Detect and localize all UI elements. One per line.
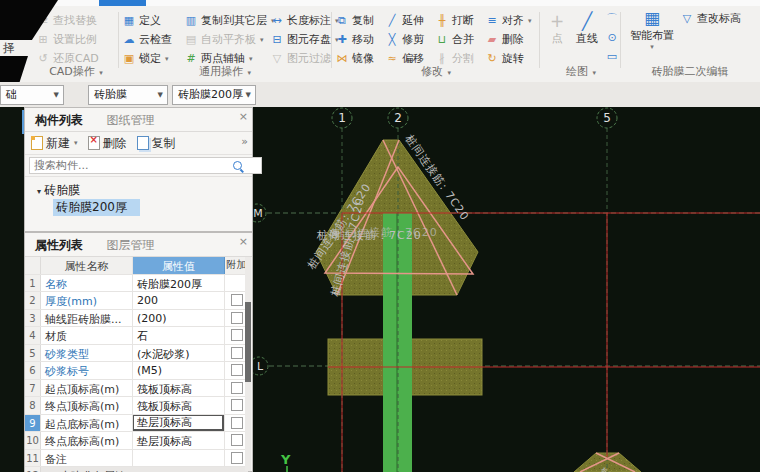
- axis-bubble-5-label: 5: [603, 111, 611, 125]
- axis-bubble-2-label: 2: [394, 111, 402, 125]
- tree-node-brick-mold[interactable]: ▾砖胎膜: [25, 181, 252, 199]
- extra-checkbox[interactable]: [231, 382, 243, 394]
- extra-checkbox[interactable]: [231, 364, 243, 376]
- extra-checkbox[interactable]: [231, 329, 243, 341]
- move-button[interactable]: ✚移动: [335, 30, 374, 49]
- extend-button[interactable]: ╱延伸: [385, 11, 424, 30]
- level-dropdown[interactable]: 础▼: [0, 85, 64, 105]
- elevation-edit-input[interactable]: [133, 415, 224, 431]
- property-value-cell[interactable]: 筏板顶标高: [133, 397, 225, 414]
- toolbar-overflow-button[interactable]: »: [241, 135, 248, 148]
- property-value-cell[interactable]: 砖胎膜200厚: [133, 275, 225, 292]
- merge-button[interactable]: ⊔合并: [435, 30, 474, 49]
- extra-checkbox[interactable]: [231, 347, 243, 359]
- length-annotation-button[interactable]: ↔长度标注▾: [270, 11, 339, 30]
- element-dropdown[interactable]: 砖胎膜200厚▼: [172, 85, 256, 105]
- extra-checkbox[interactable]: [231, 312, 243, 324]
- tab-component-list[interactable]: 构件列表: [25, 108, 93, 129]
- search-input[interactable]: [29, 157, 262, 174]
- copy-icon: ⧉: [335, 14, 349, 27]
- property-group-civil-business[interactable]: 12 +土建业务属性: [25, 467, 248, 472]
- group-label-draw[interactable]: 绘图 ▾: [543, 64, 619, 79]
- property-value-cell[interactable]: (200): [133, 310, 225, 327]
- ribbon-group-draw: + 点 ╱ 直线 ⌒ ⊙ ▭ 绘图 ▾: [543, 6, 619, 82]
- property-value-cell[interactable]: (M5): [133, 362, 225, 379]
- component-panel-tabs: 构件列表 图纸管理 ×: [25, 108, 252, 132]
- group-separator: [620, 12, 621, 68]
- tab-property-list[interactable]: 属性列表: [25, 233, 93, 254]
- set-scale-button[interactable]: ⊞设置比例: [36, 30, 99, 49]
- group-label-modify[interactable]: 修改 ▾: [335, 64, 537, 79]
- element-save-button[interactable]: ⊟图元存盘▾: [270, 30, 339, 49]
- auto-align-slab-button[interactable]: ▤自动平齐板▾: [184, 30, 275, 49]
- group-separator: [539, 12, 540, 68]
- copy-button[interactable]: ⧉复制: [335, 11, 374, 30]
- copy-to-layers-icon: ▥: [184, 14, 198, 27]
- tree-node-brick-mold-200[interactable]: 砖胎膜200厚: [53, 199, 140, 216]
- group-label-cad-operations[interactable]: CAD操作 ▾: [36, 64, 116, 79]
- extra-checkbox[interactable]: [231, 452, 243, 464]
- tree-expand-icon: ▾: [37, 187, 41, 196]
- property-row-mortar-type: 5 砂浆类型 (水泥砂浆): [25, 345, 248, 363]
- property-value-cell[interactable]: (水泥砂浆): [133, 345, 225, 362]
- line-tool-button[interactable]: ╱ 直线: [571, 11, 603, 46]
- extra-checkbox[interactable]: [231, 294, 243, 306]
- property-value-cell[interactable]: [133, 450, 225, 467]
- property-row-start-top-elevation: 7 起点顶标高(m) 筏板顶标高: [25, 380, 248, 398]
- component-toolbar: 新建▾ 删除 复制 »: [25, 132, 252, 155]
- scrollbar-thumb[interactable]: [245, 302, 251, 382]
- chevron-down-icon: ▼: [54, 86, 59, 104]
- smart-layout-button[interactable]: ▦ 智能布置 ▾: [628, 8, 676, 51]
- element-selector-bar: 础▼ 砖胎膜▼ 砖胎膜200厚▼: [0, 82, 760, 108]
- ucs-y-label: Y: [280, 452, 291, 467]
- column-header-name: 属性名称: [41, 257, 133, 274]
- close-icon[interactable]: ×: [239, 235, 248, 248]
- copy-component-button[interactable]: 复制: [137, 135, 176, 152]
- group-label-general-operations[interactable]: 通用操作 ▾: [122, 64, 328, 79]
- point-tool-button[interactable]: + 点: [543, 11, 571, 46]
- column-header-value: 属性值: [133, 257, 225, 274]
- cloud-check-button[interactable]: ☁云检查: [122, 30, 172, 49]
- close-icon[interactable]: ×: [239, 110, 248, 123]
- category-dropdown[interactable]: 砖胎膜▼: [88, 85, 168, 105]
- extra-checkbox[interactable]: [231, 399, 243, 411]
- tab-drawing-management[interactable]: 图纸管理: [97, 108, 165, 129]
- properties-scrollbar[interactable]: [245, 257, 251, 471]
- properties-panel-tabs: 属性列表 图层管理 ×: [25, 233, 252, 257]
- arc-tool-button[interactable]: ⌒: [605, 9, 619, 28]
- ribbon-toolbar: ⇄查找替换 ⊞设置比例 ↺还原CAD CAD操作 ▾ ▦定义 ☁云检查 ▣锁定▾…: [0, 6, 760, 83]
- application-window: ⇄查找替换 ⊞设置比例 ↺还原CAD CAD操作 ▾ ▦定义 ☁云检查 ▣锁定▾…: [0, 0, 760, 472]
- trim-button[interactable]: ╳修剪: [385, 30, 424, 49]
- check-elevation-button[interactable]: ▽ 查改标高: [680, 9, 741, 28]
- property-row-thickness: 2 厚度(mm) 200: [25, 292, 248, 310]
- new-component-button[interactable]: 新建▾: [31, 135, 78, 152]
- arc-icon: ⌒: [605, 11, 619, 26]
- define-button[interactable]: ▦定义: [122, 11, 172, 30]
- chevron-down-icon: ▼: [246, 86, 251, 104]
- property-value-cell[interactable]: 石: [133, 327, 225, 344]
- point-crosshair-icon: +: [543, 11, 571, 31]
- extra-checkbox[interactable]: [231, 434, 243, 446]
- delete-component-button[interactable]: 删除: [88, 135, 127, 152]
- property-row-name: 1 名称 砖胎膜200厚: [25, 275, 248, 293]
- delete-button[interactable]: ▰删除: [485, 30, 532, 49]
- ribbon-group-secondary-edit: ▦ 智能布置 ▾ ▽ 查改标高 砖胎膜二次编辑: [624, 6, 756, 82]
- align-button[interactable]: ≡对齐▾: [485, 11, 532, 30]
- property-row-start-bottom-elevation: 9 起点底标高(m): [25, 415, 248, 433]
- ribbon-group-modify: ⧉复制 ✚移动 ⋈镜像 ╱延伸 ╳修剪 ≈偏移 ╫打断 ⊔合并 ∦分割 ≡对齐▾…: [335, 6, 537, 82]
- property-value-cell[interactable]: 200: [133, 292, 225, 309]
- property-value-cell[interactable]: 垫层顶标高: [133, 432, 225, 449]
- circle-tool-button[interactable]: ⊙: [605, 28, 619, 47]
- copy-to-other-layers-button[interactable]: ▥复制到其它层▾: [184, 11, 275, 30]
- cad-viewport[interactable]: 桩间连接筋: 7C20 桩间连接筋: 7C20 桩间连接筋：7C20 桩间连接筋…: [253, 107, 760, 472]
- tab-layer-management[interactable]: 图层管理: [97, 233, 165, 254]
- break-button[interactable]: ╫打断: [435, 11, 474, 30]
- property-row-mortar-grade: 6 砂浆标号 (M5): [25, 362, 248, 380]
- property-value-cell[interactable]: 筏板顶标高: [133, 380, 225, 397]
- property-value-cell-editing[interactable]: [133, 415, 225, 432]
- drawing-canvas[interactable]: 桩间连接筋: 7C20 桩间连接筋: 7C20 桩间连接筋：7C20 桩间连接筋…: [253, 107, 760, 472]
- extend-icon: ╱: [385, 14, 399, 27]
- element-save-icon: ⊟: [270, 33, 284, 46]
- extra-checkbox[interactable]: [231, 417, 243, 429]
- auto-align-slab-icon: ▤: [184, 33, 198, 46]
